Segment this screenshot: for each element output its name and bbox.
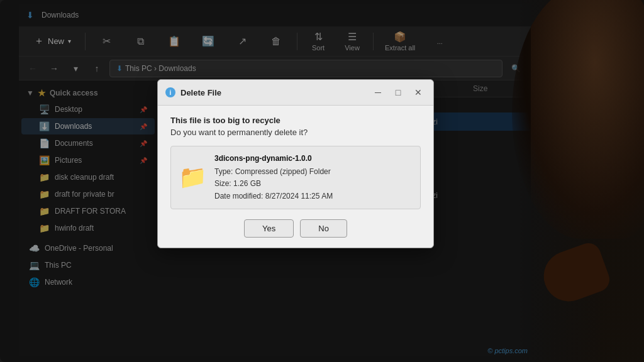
person-overlay — [518, 0, 644, 362]
dialog-warning-text: This file is too big to recycle — [170, 116, 421, 125]
dialog-info-icon: i — [165, 87, 175, 97]
dialog-file-size: Size: 1.26 GB — [214, 178, 333, 190]
dialog-file-date: Date modified: 8/27/2024 11:25 AM — [214, 190, 333, 202]
dialog-close-button[interactable]: ✕ — [411, 85, 426, 100]
dialog-question-text: Do you want to permanently delete it? — [170, 128, 421, 137]
yes-button[interactable]: Yes — [244, 219, 294, 238]
person-hand — [536, 239, 613, 308]
delete-dialog: i Delete File ─ □ ✕ This file is too big… — [157, 79, 434, 248]
zip-folder-icon: 📁 — [179, 164, 207, 190]
file-explorer-window: ⬇ Downloads ＋ New ▾ ✂ ⧉ 📋 🔄 ↗ 🗑 — [19, 4, 531, 356]
dialog-file-details: 3dicons-png-dynamic-1.0.0 Type: Compress… — [214, 153, 333, 202]
no-button[interactable]: No — [300, 219, 347, 238]
dialog-file-type: Type: Compressed (zipped) Folder — [214, 166, 333, 178]
dialog-overlay: i Delete File ─ □ ✕ This file is too big… — [19, 4, 531, 356]
dialog-buttons: Yes No — [170, 219, 421, 238]
dialog-body: This file is too big to recycle Do you w… — [158, 106, 433, 248]
dialog-file-name: 3dicons-png-dynamic-1.0.0 — [214, 153, 333, 165]
dialog-titlebar: i Delete File ─ □ ✕ — [158, 80, 433, 106]
dialog-file-info: 📁 3dicons-png-dynamic-1.0.0 Type: Compre… — [170, 146, 421, 209]
dialog-title: Delete File — [180, 88, 365, 97]
dialog-minimize-button[interactable]: ─ — [370, 85, 386, 100]
dialog-maximize-button[interactable]: □ — [391, 85, 406, 100]
person-head — [512, 0, 644, 239]
